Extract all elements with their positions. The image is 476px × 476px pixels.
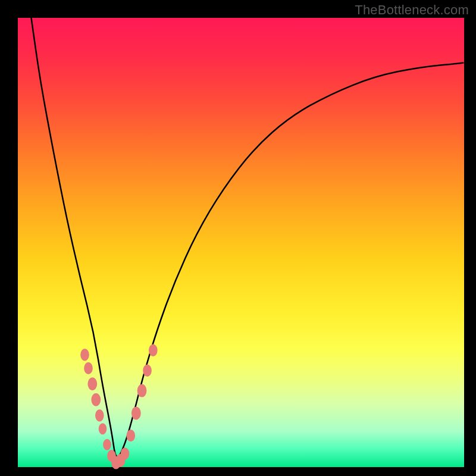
curve-bead bbox=[127, 430, 136, 441]
curve-bead bbox=[143, 365, 152, 377]
curve-bead bbox=[137, 384, 147, 397]
watermark-text: TheBottleneck.com bbox=[355, 2, 469, 18]
bottleneck-curve bbox=[32, 18, 465, 457]
chart-svg bbox=[0, 0, 476, 476]
curve-bead bbox=[84, 362, 93, 374]
curve-bead bbox=[131, 406, 141, 419]
curve-bead bbox=[121, 447, 130, 459]
curve-bead bbox=[99, 423, 107, 434]
curve-bead bbox=[87, 377, 97, 390]
curve-bead bbox=[149, 345, 158, 356]
curve-bead bbox=[103, 439, 111, 450]
curve-bead bbox=[95, 409, 104, 421]
curve-bead bbox=[80, 349, 89, 361]
curve-bead bbox=[91, 393, 101, 406]
chart-frame: TheBottleneck.com bbox=[0, 0, 476, 476]
